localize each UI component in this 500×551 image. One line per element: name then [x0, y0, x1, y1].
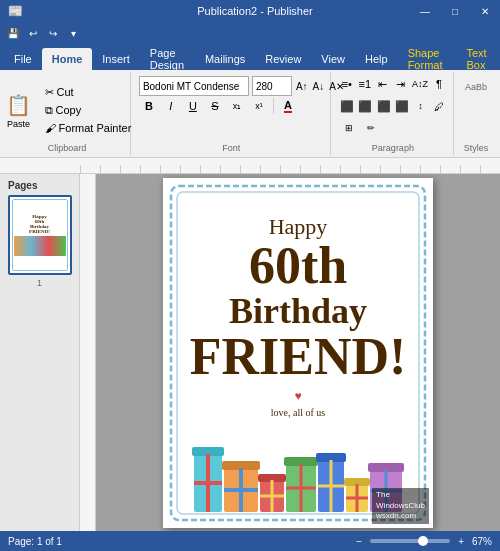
font-color-button[interactable]: A [278, 96, 298, 116]
clipboard-label: Clipboard [48, 141, 87, 153]
italic-button[interactable]: I [161, 96, 181, 116]
cut-icon: ✂ [45, 86, 54, 99]
watermark-line3: wsxdn.com [376, 511, 425, 521]
clipboard-small-buttons: ✂ Cut ⧉ Copy 🖌 Format Painter [41, 84, 136, 136]
zoom-level: 67% [472, 536, 492, 547]
paragraph-label: Paragraph [372, 141, 414, 153]
paste-icon: 📋 [6, 93, 31, 117]
tab-file[interactable]: File [4, 48, 42, 70]
clipboard-buttons: 📋 Paste ✂ Cut ⧉ Copy 🖌 Format Painter [0, 74, 135, 141]
justify-button[interactable]: ⬛ [394, 96, 410, 116]
page-thumbnail[interactable]: Happy60thBirthdayFRIEND! [8, 195, 72, 275]
save-quick-button[interactable]: 💾 [4, 24, 22, 42]
line-spacing-button[interactable]: ↕ [412, 96, 428, 116]
horizontal-ruler [0, 158, 500, 174]
clipboard-group: 📋 Paste ✂ Cut ⧉ Copy 🖌 Format Painter Cl… [4, 72, 131, 155]
tab-home[interactable]: Home [42, 48, 93, 70]
indent-increase-button[interactable]: ⇥ [393, 74, 409, 94]
ribbon-tabs: File Home Insert Page Design Mailings Re… [0, 44, 500, 70]
format-painter-button[interactable]: 🖌 Format Painter [41, 120, 136, 136]
shrink-font-button[interactable]: A↓ [312, 76, 326, 96]
highlight-button[interactable]: ✏ [361, 118, 381, 138]
grow-font-button[interactable]: A↑ [295, 76, 309, 96]
quick-access-more[interactable]: ▾ [64, 24, 82, 42]
main-area: Pages Happy60thBirthdayFRIEND! 1 Happy [0, 174, 500, 531]
title-bar: 📰 Publication2 - Publisher — □ ✕ [0, 0, 500, 22]
bold-button[interactable]: B [139, 96, 159, 116]
zoom-slider[interactable] [370, 539, 450, 543]
card-60th-text: 60th [249, 240, 347, 292]
ruler-marks [80, 158, 500, 173]
cut-button[interactable]: ✂ Cut [41, 84, 136, 101]
close-button[interactable]: ✕ [470, 0, 500, 22]
gift-1 [194, 454, 222, 512]
strikethrough-button[interactable]: S [205, 96, 225, 116]
paste-button[interactable]: 📋 Paste [0, 84, 39, 136]
sort-button[interactable]: A↕Z [411, 74, 429, 94]
font-color-label: A [284, 99, 292, 113]
subscript-button[interactable]: x₁ [227, 96, 247, 116]
minimize-button[interactable]: — [410, 0, 440, 22]
borders-button[interactable]: ⊞ [339, 118, 359, 138]
copy-icon: ⧉ [45, 104, 53, 117]
gift-5-ribbon-h [318, 484, 344, 487]
canvas-area[interactable]: Happy 60th Birthday FRIEND! ♥ love, all … [96, 174, 500, 531]
status-bar: Page: 1 of 1 − + 67% [0, 531, 500, 551]
page-info: Page: 1 of 1 [8, 536, 62, 547]
quick-access-toolbar: 💾 ↩ ↪ ▾ [0, 22, 500, 44]
zoom-plus-button[interactable]: + [458, 536, 464, 547]
ribbon-tabs-container: File Home Insert Page Design Mailings Re… [0, 44, 500, 70]
font-format-row: B I U S x₁ x¹ A [139, 96, 324, 116]
watermark-line2: WindowsClub [376, 501, 425, 511]
paragraph-group: ≡• ≡1 ⇤ ⇥ A↕Z ¶ ⬛ ⬛ ⬛ ⬛ ↕ 🖊 ⊞ ✏ Paragrap… [333, 72, 454, 155]
publication-card: Happy 60th Birthday FRIEND! ♥ love, all … [163, 178, 433, 528]
tab-textbox[interactable]: Text Box [456, 48, 500, 70]
zoom-thumb[interactable] [418, 536, 428, 546]
align-left-button[interactable]: ⬛ [339, 96, 355, 116]
copy-button[interactable]: ⧉ Copy [41, 102, 136, 119]
tab-shapeformat[interactable]: Shape Format [398, 48, 457, 70]
gift-6 [346, 484, 368, 512]
underline-button[interactable]: U [183, 96, 203, 116]
redo-quick-button[interactable]: ↪ [44, 24, 62, 42]
tab-view[interactable]: View [311, 48, 355, 70]
tab-insert[interactable]: Insert [92, 48, 140, 70]
zoom-minus-button[interactable]: − [356, 536, 362, 547]
gift-1-ribbon-h [194, 481, 222, 485]
gift-6-ribbon-h [346, 496, 368, 499]
pages-panel-label: Pages [4, 178, 75, 195]
bullets-button[interactable]: ≡• [339, 74, 355, 94]
tab-review[interactable]: Review [255, 48, 311, 70]
tab-mailings[interactable]: Mailings [195, 48, 255, 70]
pages-panel: Pages Happy60thBirthdayFRIEND! 1 [0, 174, 80, 531]
show-hide-button[interactable]: ¶ [431, 74, 447, 94]
vertical-ruler [80, 174, 96, 531]
font-controls: A↑ A↓ A✕ B I U S x₁ x¹ A [139, 74, 324, 116]
gift-5 [318, 460, 344, 512]
format-painter-icon: 🖌 [45, 122, 56, 134]
card-heart: ♥ [294, 389, 301, 403]
gift-2 [224, 468, 258, 512]
maximize-button[interactable]: □ [440, 0, 470, 22]
superscript-button[interactable]: x¹ [249, 96, 269, 116]
align-right-button[interactable]: ⬛ [376, 96, 392, 116]
publisher-icon: 📰 [8, 4, 23, 18]
numbering-button[interactable]: ≡1 [357, 74, 373, 94]
font-name-input[interactable] [139, 76, 249, 96]
gift-3-ribbon-h [260, 494, 284, 497]
align-center-button[interactable]: ⬛ [357, 96, 373, 116]
page-number: 1 [4, 278, 75, 288]
tab-help[interactable]: Help [355, 48, 398, 70]
watermark-line1: The [376, 490, 425, 500]
gift-2-ribbon-h [224, 488, 258, 492]
gift-3 [260, 480, 284, 512]
card-love-text: love, all of us [271, 407, 325, 418]
font-size-input[interactable] [252, 76, 292, 96]
undo-quick-button[interactable]: ↩ [24, 24, 42, 42]
para-row3: ⊞ ✏ [339, 118, 447, 138]
thumb-border [12, 199, 68, 271]
font-name-row: A↑ A↓ A✕ [139, 76, 324, 96]
indent-decrease-button[interactable]: ⇤ [375, 74, 391, 94]
shading-button[interactable]: 🖊 [431, 96, 447, 116]
tab-pagedesign[interactable]: Page Design [140, 48, 195, 70]
